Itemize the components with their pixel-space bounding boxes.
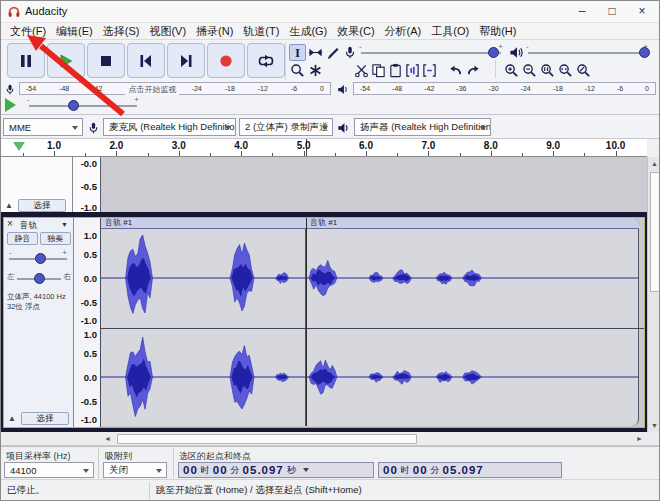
track-menu-dropdown-icon[interactable]: ▼ — [61, 221, 68, 228]
record-button[interactable] — [207, 43, 245, 78]
zoom-out-button[interactable] — [521, 62, 538, 79]
playback-meter-scale: -54-48-42-36-30-24-18-12-60 — [360, 83, 649, 94]
cut-button[interactable] — [353, 62, 370, 79]
paste-button[interactable] — [387, 62, 404, 79]
copy-button[interactable] — [370, 62, 387, 79]
zoom-in-button[interactable] — [503, 62, 520, 79]
solo-button[interactable]: 独奏 — [40, 232, 71, 245]
envelope-tool-button[interactable] — [307, 44, 324, 61]
waveform-channel-left[interactable] — [101, 229, 644, 327]
fit-project-button[interactable] — [557, 62, 574, 79]
menu-select[interactable]: 选择(S) — [98, 23, 145, 40]
skip-to-end-button[interactable] — [167, 43, 205, 78]
ruler-tick: 3.0 — [166, 140, 192, 151]
scroll-up-icon[interactable]: ▲ — [648, 160, 660, 167]
playback-device-select[interactable]: 扬声器 (Realtek High Definition Au — [354, 118, 491, 136]
track-name[interactable]: 音轨 — [20, 220, 37, 232]
track-1-waveform-area[interactable] — [101, 157, 647, 212]
ruler-tick-mark — [179, 151, 180, 156]
stop-button[interactable] — [87, 43, 125, 78]
vertical-scrollbar-thumb[interactable] — [650, 172, 660, 292]
menu-help[interactable]: 帮助(H) — [474, 23, 521, 40]
close-button[interactable]: × — [627, 1, 657, 22]
fit-project-icon — [558, 63, 573, 78]
menu-edit[interactable]: 编辑(E) — [51, 23, 98, 40]
track-1-vertical-ruler[interactable]: -0.0-0.5-1.0 — [73, 157, 101, 212]
track-1-control-panel[interactable]: ▲ 选择 — [1, 157, 73, 212]
zoom-toggle-button[interactable] — [575, 62, 592, 79]
trim-audio-button[interactable] — [404, 62, 421, 79]
menu-view[interactable]: 视图(V) — [144, 23, 191, 40]
recording-device-select[interactable]: 麦克风 (Realtek High Definition Au — [103, 118, 236, 136]
recording-meter[interactable]: -54-48-42-36-30-24-18-12-60 点击开始监视 — [19, 82, 331, 95]
menu-effect[interactable]: 效果(C) — [332, 23, 379, 40]
skip-to-start-button[interactable] — [127, 43, 165, 78]
menu-file[interactable]: 文件(F) — [5, 23, 51, 40]
play-at-speed-button[interactable] — [5, 98, 16, 112]
horizontal-scrollbar[interactable]: ◄ ► — [1, 432, 660, 446]
collapse-track-icon[interactable]: ▲ — [5, 201, 13, 210]
pan-slider[interactable]: 左 右 — [6, 270, 72, 286]
recording-volume-slider[interactable]: -+ — [361, 45, 501, 59]
play-at-speed-slider[interactable]: -+ — [29, 98, 137, 112]
menu-transport[interactable]: 播录(N) — [191, 23, 238, 40]
vertical-scrollbar[interactable]: ▲ ▼ — [647, 157, 660, 432]
menu-tracks[interactable]: 轨道(T) — [238, 23, 284, 40]
amplitude-scale-label: -0.5 — [73, 181, 97, 192]
scroll-right-icon[interactable]: ► — [633, 435, 646, 442]
minimize-button[interactable]: – — [567, 1, 597, 22]
collapse-track-icon[interactable]: ▲ — [8, 414, 16, 423]
ruler-tick-mark — [54, 151, 55, 156]
selection-start-field[interactable]: 00时 00分 05.097秒 — [178, 462, 374, 478]
menu-tools[interactable]: 工具(O) — [426, 23, 474, 40]
amplitude-scale-label: 0.0 — [73, 372, 97, 383]
redo-button[interactable] — [465, 62, 482, 79]
output-device-speaker-icon — [337, 121, 351, 135]
play-button[interactable] — [47, 43, 85, 78]
monitor-hint[interactable]: 点击开始监视 — [125, 84, 179, 95]
multi-tool-button[interactable] — [307, 62, 324, 79]
scroll-left-icon[interactable]: ◄ — [101, 435, 114, 442]
project-rate-select[interactable]: 44100 — [4, 462, 94, 478]
playback-volume-slider[interactable]: -+ — [528, 45, 646, 59]
selection-end-field[interactable]: 00时 00分 05.097 — [378, 462, 562, 478]
scroll-down-icon[interactable]: ▼ — [648, 422, 660, 429]
horizontal-scrollbar-thumb[interactable] — [117, 434, 417, 444]
track-bitdepth-info: 32位 浮点 — [7, 302, 40, 312]
silence-audio-button[interactable] — [421, 62, 438, 79]
menu-generate[interactable]: 生成(G) — [284, 23, 332, 40]
undo-icon — [448, 63, 463, 78]
zoom-tool-button[interactable] — [289, 62, 306, 79]
draw-tool-button[interactable] — [325, 44, 342, 61]
recording-channels-select[interactable]: 2 (立体声) 录制声道 — [239, 118, 333, 136]
pause-button[interactable] — [7, 43, 45, 78]
pinned-play-head-icon[interactable] — [13, 142, 25, 151]
track-2-vertical-ruler[interactable]: 1.00.50.0-0.5-1.01.00.50.0-0.5-1.0 — [74, 218, 101, 427]
loop-button[interactable] — [247, 43, 285, 78]
track-1: ▲ 选择 -0.0-0.5-1.0 — [1, 157, 647, 212]
playback-meter[interactable]: -54-48-42-36-30-24-18-12-60 — [353, 82, 656, 95]
track-2-select-button[interactable]: 选择 — [21, 412, 69, 425]
waveform-channel-right[interactable] — [101, 328, 644, 426]
snap-to-select[interactable]: 关闭 — [103, 462, 167, 478]
clip-title-bar[interactable]: 音轨 #1 — [101, 218, 306, 229]
maximize-button[interactable]: □ — [597, 1, 627, 22]
skip-to-start-icon — [138, 53, 154, 69]
track-2-waveform-area[interactable]: 音轨 #1 音轨 #1 — [101, 218, 644, 427]
gain-slider[interactable]: - + — [9, 251, 67, 265]
track-1-select-button[interactable]: 选择 — [18, 199, 66, 212]
undo-button[interactable] — [447, 62, 464, 79]
timeline-ruler[interactable]: 1.02.03.04.05.06.07.08.09.010.0 — [1, 139, 647, 157]
audio-host-select[interactable]: MME — [3, 118, 83, 136]
mute-button[interactable]: 静音 — [7, 232, 38, 245]
selection-tool-button[interactable]: I — [289, 44, 306, 61]
meter-tick: 0 — [320, 83, 324, 94]
close-track-icon[interactable]: × — [7, 218, 13, 229]
zoom-to-selection-button[interactable] — [539, 62, 556, 79]
clip-title-bar[interactable]: 音轨 #1 — [306, 218, 639, 229]
menu-analyze[interactable]: 分析(A) — [380, 23, 427, 40]
silence-audio-icon — [422, 63, 437, 78]
selection-toolbar: 项目采样率 (Hz) 吸附到 选区的起点和终点 44100 关闭 00时 00分… — [1, 446, 659, 479]
track-2-control-panel[interactable]: × 音轨 ▼ 静音 独奏 - + 左 右 立体声, 44100 Hz 32位 浮… — [4, 218, 74, 427]
time-format-dropdown-icon[interactable] — [303, 468, 309, 472]
